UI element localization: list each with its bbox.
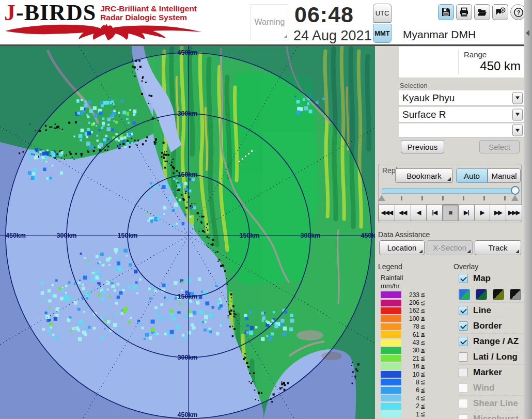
- ring-label: 300km: [57, 232, 77, 239]
- legend-suffix: ≦: [420, 355, 425, 362]
- stop-button[interactable]: ■: [442, 204, 459, 221]
- skip-to-start-button[interactable]: |◀: [426, 204, 443, 221]
- legend-swatch: [381, 315, 401, 322]
- radar-map-canvas[interactable]: 150km150km150km150km300km300km300km300km…: [0, 46, 376, 419]
- play-backward-button[interactable]: ◀: [411, 204, 427, 221]
- legend-row: 1 ≦: [381, 410, 432, 418]
- save-button[interactable]: [438, 4, 454, 20]
- chevron-down-icon: [515, 113, 520, 116]
- checkbox[interactable]: [459, 274, 468, 283]
- track-button[interactable]: Track: [475, 240, 521, 255]
- previous-button[interactable]: Previous: [401, 140, 444, 153]
- legend-swatch: [381, 331, 401, 338]
- open-file-button[interactable]: [474, 4, 490, 20]
- map-style-swatch[interactable]: [476, 289, 487, 300]
- site-dropdown[interactable]: Kyauk Phyu: [399, 90, 524, 106]
- range-card: Range 450 km: [399, 46, 524, 77]
- legend-row: 206 ≦: [381, 299, 432, 306]
- warning-label: Warning: [255, 18, 285, 27]
- forward-button[interactable]: ▶▶: [490, 204, 506, 221]
- product-dropdown-arrow[interactable]: [512, 108, 523, 120]
- overlay-label: Wind: [473, 383, 494, 393]
- select-button[interactable]: Select: [479, 140, 520, 153]
- checkbox[interactable]: [459, 306, 468, 315]
- slider-end-marker[interactable]: [511, 195, 519, 201]
- panel-collapse-strip[interactable]: [524, 0, 532, 419]
- site-dropdown-value: Kyauk Phyu: [402, 92, 455, 104]
- product-dropdown-value: Surface R: [402, 109, 446, 120]
- legend-swatch: [381, 363, 401, 370]
- rewind-fast-button[interactable]: ◀◀◀: [379, 204, 395, 221]
- legend-row: 2 ≦: [381, 402, 432, 410]
- help-icon: ?: [513, 7, 524, 18]
- range-label: Range: [464, 50, 487, 59]
- mmt-button[interactable]: MMT: [373, 24, 392, 43]
- option-dropdown-arrow[interactable]: [512, 125, 523, 136]
- slider-start-marker[interactable]: [378, 195, 385, 201]
- overlay-item-border[interactable]: Border: [459, 318, 524, 333]
- replay-slider-track[interactable]: [382, 188, 518, 194]
- overlay-item-line[interactable]: Line: [459, 302, 524, 318]
- overlay-item-range-az[interactable]: Range / AZ: [459, 333, 524, 349]
- legend-row: 162 ≦: [381, 307, 432, 315]
- site-name: Myanmar DMH: [403, 28, 476, 41]
- checkbox[interactable]: [459, 399, 468, 408]
- legend-value: 206: [402, 299, 419, 306]
- overlay-label: Shear Line: [473, 398, 518, 409]
- x-section-button[interactable]: X-Section: [427, 240, 473, 255]
- legend-value: 100: [402, 315, 419, 322]
- overlay-item-microburst[interactable]: Microburst: [459, 411, 524, 419]
- auto-button[interactable]: Auto: [456, 168, 488, 183]
- checkbox[interactable]: [459, 414, 468, 419]
- checkbox[interactable]: [459, 383, 468, 393]
- location-button[interactable]: Location: [379, 240, 425, 255]
- skip-to-end-button[interactable]: ▶|: [458, 204, 475, 221]
- legend-swatch: [381, 355, 401, 362]
- checkbox[interactable]: [459, 352, 468, 362]
- overlay-list: Map Line Border Range / AZ Lati / Long M…: [459, 271, 524, 419]
- legend-value: 61: [402, 331, 419, 338]
- ring-label: 150km: [178, 171, 198, 178]
- overlay-item-wind[interactable]: Wind: [459, 380, 524, 395]
- play-forward-button[interactable]: ▶: [474, 204, 491, 221]
- site-dropdown-arrow[interactable]: [512, 92, 523, 104]
- checkbox[interactable]: [459, 368, 468, 377]
- slider-tick: [421, 196, 423, 200]
- manual-button[interactable]: Manual: [488, 168, 521, 183]
- legend-swatch: [381, 387, 401, 394]
- ring-label: 450km: [178, 411, 198, 418]
- product-dropdown[interactable]: Surface R: [399, 107, 524, 122]
- map-style-swatch[interactable]: [510, 289, 521, 300]
- checkbox[interactable]: [459, 321, 468, 331]
- forward-fast-button[interactable]: ▶▶▶: [506, 204, 522, 221]
- map-style-swatch[interactable]: [459, 289, 470, 300]
- legend-suffix: ≦: [420, 379, 425, 385]
- print-button[interactable]: [456, 4, 472, 20]
- overlay-label: Lati / Long: [473, 352, 518, 362]
- checkbox[interactable]: [459, 337, 468, 346]
- jbirds-logo: J-BIRDS JRC-Brilliant & Intelligent Rada…: [4, 1, 211, 43]
- export-image-icon: [495, 7, 506, 18]
- slider-tick: [504, 196, 506, 200]
- legend-value: 2: [402, 402, 419, 410]
- warning-button[interactable]: Warning: [250, 4, 289, 40]
- overlay-item-map[interactable]: Map: [459, 271, 524, 286]
- legend-row: 10 ≦: [381, 370, 432, 378]
- replay-slider-handle[interactable]: [511, 186, 520, 195]
- option-dropdown[interactable]: [399, 123, 524, 137]
- open-folder-icon: [477, 7, 487, 17]
- rewind-button[interactable]: ◀◀: [395, 204, 411, 221]
- utc-button[interactable]: UTC: [373, 4, 392, 23]
- logo-title: J-BIRDS: [4, 1, 96, 25]
- overlay-item-marker[interactable]: Marker: [459, 364, 524, 380]
- legend-row: 21 ≦: [381, 354, 432, 362]
- ring-label: 300km: [178, 354, 198, 361]
- bookmark-button[interactable]: Bookmark: [395, 168, 453, 183]
- overlay-item-shear-line[interactable]: Shear Line: [459, 395, 524, 411]
- map-style-swatch[interactable]: [493, 289, 504, 300]
- overlay-item-lati-long[interactable]: Lati / Long: [459, 349, 524, 364]
- export-image-button[interactable]: [492, 4, 508, 20]
- legend-swatch: [381, 307, 401, 314]
- legend-suffix: ≦: [420, 331, 425, 338]
- overlay-label: Range / AZ: [473, 336, 519, 347]
